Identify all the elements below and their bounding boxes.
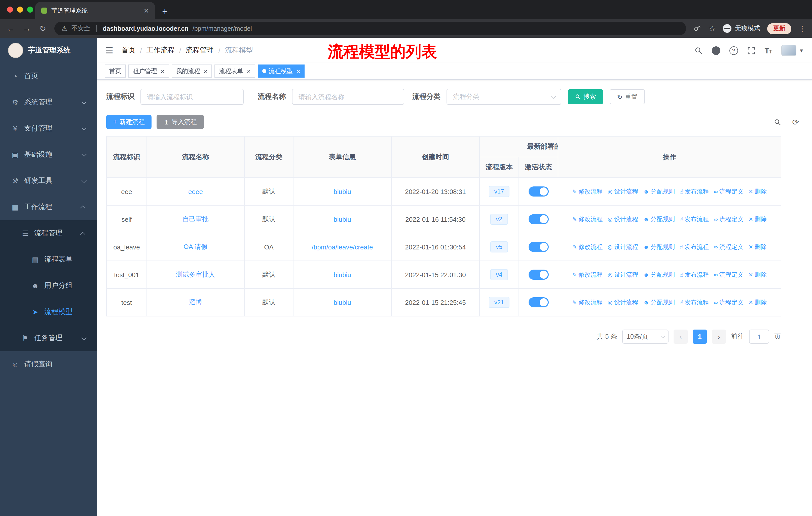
address-bar[interactable]: ⚠ 不安全 dashboard.yudao.iocoder.cn/bpm/man… [54, 22, 686, 35]
category-select[interactable]: 流程分类 [446, 89, 561, 105]
close-tag-icon[interactable]: × [296, 68, 300, 74]
font-size-icon[interactable]: TT [765, 46, 773, 55]
sidebar-item-流程模型[interactable]: ➤流程模型 [0, 299, 97, 325]
model-name-link[interactable]: 测试多审批人 [176, 271, 215, 278]
model-name-link[interactable]: eeee [188, 188, 203, 195]
active-toggle[interactable] [528, 242, 548, 252]
action-分配规则[interactable]: ☻分配规则 [643, 243, 674, 251]
action-修改流程[interactable]: ✎修改流程 [572, 270, 603, 279]
action-设计流程[interactable]: ◎设计流程 [608, 187, 638, 196]
action-分配规则[interactable]: ☻分配规则 [643, 298, 674, 307]
model-name-link[interactable]: 自己审批 [182, 215, 209, 223]
version-badge[interactable]: v4 [490, 269, 508, 280]
bookmark-star-icon[interactable]: ☆ [708, 24, 716, 33]
action-设计流程[interactable]: ◎设计流程 [608, 298, 638, 307]
sidebar-logo[interactable]: 芋道管理系统 [0, 38, 97, 63]
close-window-button[interactable] [7, 6, 13, 12]
reset-button[interactable]: ↻ 重置 [610, 89, 645, 104]
view-tag-租户管理[interactable]: 租户管理× [128, 64, 169, 78]
version-badge[interactable]: v5 [490, 241, 508, 252]
view-tag-我的流程[interactable]: 我的流程× [171, 64, 212, 78]
browser-menu-icon[interactable]: ⋮ [799, 24, 806, 33]
action-发布流程[interactable]: ☝发布流程 [680, 270, 709, 279]
action-流程定义[interactable]: ∞流程定义 [714, 298, 744, 307]
action-发布流程[interactable]: ☝发布流程 [680, 243, 709, 251]
action-分配规则[interactable]: ☻分配规则 [643, 270, 674, 279]
user-menu[interactable]: ▼ [781, 45, 804, 56]
search-icon[interactable] [774, 118, 781, 126]
action-修改流程[interactable]: ✎修改流程 [572, 243, 603, 251]
refresh-icon[interactable]: ⟳ [792, 117, 799, 127]
forward-icon[interactable]: → [22, 24, 31, 33]
model-name-link[interactable]: 滔博 [189, 298, 202, 306]
model-name-link[interactable]: OA 请假 [183, 243, 207, 250]
active-toggle[interactable] [528, 186, 548, 196]
breadcrumb-item[interactable]: 工作流程 [146, 46, 175, 55]
active-toggle[interactable] [528, 270, 548, 280]
view-tag-首页[interactable]: 首页 [105, 64, 126, 78]
action-流程定义[interactable]: ∞流程定义 [714, 187, 744, 196]
action-分配规则[interactable]: ☻分配规则 [643, 187, 674, 196]
active-toggle[interactable] [528, 214, 548, 224]
action-流程定义[interactable]: ∞流程定义 [714, 215, 744, 223]
github-icon[interactable] [712, 46, 720, 55]
sidebar-item-流程表单[interactable]: ▤流程表单 [0, 246, 97, 273]
back-icon[interactable]: ← [6, 24, 15, 33]
next-page-button[interactable]: › [712, 330, 726, 344]
sidebar-item-基础设施[interactable]: ▣基础设施 [0, 142, 97, 168]
sidebar-item-工作流程[interactable]: ▦工作流程 [0, 194, 97, 220]
action-修改流程[interactable]: ✎修改流程 [572, 298, 603, 307]
close-tag-icon[interactable]: × [161, 68, 164, 74]
create-process-button[interactable]: + 新建流程 [106, 115, 152, 129]
help-icon[interactable]: ? [729, 46, 738, 55]
action-删除[interactable]: ✕删除 [749, 243, 767, 251]
action-流程定义[interactable]: ∞流程定义 [714, 270, 744, 279]
form-link[interactable]: biubiu [334, 299, 351, 306]
close-tag-icon[interactable]: × [247, 68, 251, 74]
reload-icon[interactable]: ↻ [38, 24, 47, 33]
hamburger-icon[interactable]: ☰ [105, 45, 113, 56]
version-badge[interactable]: v21 [489, 297, 510, 308]
action-发布流程[interactable]: ☝发布流程 [680, 215, 709, 223]
version-badge[interactable]: v17 [489, 186, 510, 197]
search-icon[interactable] [694, 46, 703, 55]
fullscreen-icon[interactable] [747, 46, 756, 55]
search-button[interactable]: 搜索 [568, 89, 603, 104]
security-label[interactable]: 不安全 [71, 24, 90, 33]
action-发布流程[interactable]: ☝发布流程 [680, 298, 709, 307]
import-process-button[interactable]: ↥ 导入流程 [157, 115, 204, 129]
action-修改流程[interactable]: ✎修改流程 [572, 187, 603, 196]
sidebar-item-任务管理[interactable]: ⚑任务管理 [0, 325, 97, 351]
process-name-input[interactable] [292, 89, 404, 105]
action-分配规则[interactable]: ☻分配规则 [643, 215, 674, 223]
breadcrumb-item[interactable]: 流程管理 [186, 46, 214, 55]
sidebar-item-用户分组[interactable]: ☻用户分组 [0, 273, 97, 299]
breadcrumb-item[interactable]: 首页 [121, 46, 136, 55]
minimize-window-button[interactable] [17, 6, 23, 12]
action-设计流程[interactable]: ◎设计流程 [608, 270, 638, 279]
action-删除[interactable]: ✕删除 [749, 270, 767, 279]
sidebar-item-请假查询[interactable]: ☺请假查询 [0, 351, 97, 377]
close-tag-icon[interactable]: × [204, 68, 207, 74]
form-link[interactable]: biubiu [334, 188, 351, 195]
form-link[interactable]: biubiu [334, 271, 351, 278]
prev-page-button[interactable]: ‹ [673, 330, 688, 344]
sidebar-item-流程管理[interactable]: ☰流程管理 [0, 220, 97, 246]
page-size-select[interactable]: 10条/页 [622, 330, 669, 344]
sidebar-item-支付管理[interactable]: ¥支付管理 [0, 115, 97, 142]
view-tag-流程模型[interactable]: 流程模型× [258, 64, 305, 78]
action-设计流程[interactable]: ◎设计流程 [608, 215, 638, 223]
close-tab-icon[interactable]: ✕ [143, 7, 149, 15]
action-删除[interactable]: ✕删除 [749, 187, 767, 196]
active-toggle[interactable] [528, 297, 548, 307]
new-tab-button[interactable]: + [162, 6, 168, 16]
action-发布流程[interactable]: ☝发布流程 [680, 187, 709, 196]
action-设计流程[interactable]: ◎设计流程 [608, 243, 638, 251]
zoom-window-button[interactable] [27, 6, 33, 12]
action-删除[interactable]: ✕删除 [749, 215, 767, 223]
sidebar-item-首页[interactable]: ◔首页 [0, 63, 97, 89]
action-流程定义[interactable]: ∞流程定义 [714, 243, 744, 251]
sidebar-item-研发工具[interactable]: ⚒研发工具 [0, 168, 97, 194]
goto-page-input[interactable] [749, 330, 769, 344]
form-link[interactable]: /bpm/oa/leave/create [312, 243, 373, 251]
